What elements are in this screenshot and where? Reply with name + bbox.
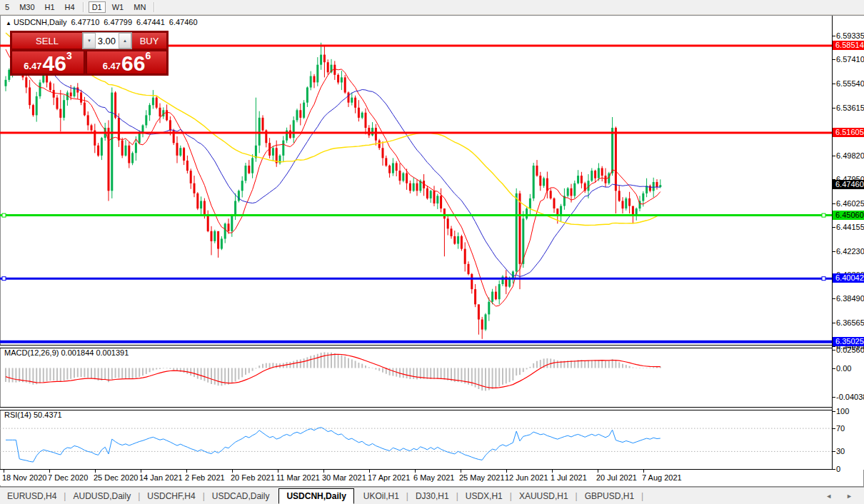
timeframe-button-h1[interactable]: H1 bbox=[41, 1, 59, 13]
bid-price-panel[interactable]: 6.47463 bbox=[11, 51, 84, 74]
tab-eurusd-h4[interactable]: EURUSD,H4 bbox=[0, 489, 64, 503]
date-label: 20 Feb 2021 bbox=[231, 473, 275, 482]
ask-price-big: 66 bbox=[121, 54, 145, 73]
axis-tick-mark bbox=[833, 411, 835, 412]
date-tick-mark bbox=[552, 470, 553, 473]
tab-usdcnh-daily[interactable]: USDCNH,Daily bbox=[278, 488, 353, 504]
date-label: 7 Aug 2021 bbox=[642, 473, 682, 482]
date-label: 11 Mar 2021 bbox=[276, 473, 320, 482]
tab-usdchf-h4[interactable]: USDCHF,H4 bbox=[140, 489, 202, 503]
timeframe-button-m30[interactable]: M30 bbox=[16, 1, 38, 13]
date-tick-mark bbox=[141, 470, 141, 473]
sell-button[interactable]: SELL bbox=[11, 32, 82, 49]
date-label: 17 Apr 2021 bbox=[368, 473, 410, 482]
date-tick-mark bbox=[49, 470, 50, 473]
bid-price-prefix: 6.47 bbox=[24, 61, 41, 71]
toolbar-separator bbox=[83, 2, 84, 12]
price-axis-label: 6.46025 bbox=[836, 199, 864, 208]
tab-ukoil-h1[interactable]: UKOil,H1 bbox=[356, 489, 406, 503]
date-label: 25 May 2021 bbox=[459, 473, 505, 482]
triangle-down-icon: ▼ bbox=[87, 39, 91, 43]
timeframe-button-h4[interactable]: H4 bbox=[61, 1, 79, 13]
date-tick-mark bbox=[415, 470, 416, 473]
date-tick-mark bbox=[232, 470, 233, 473]
price-axis-label: 6.42230 bbox=[836, 247, 864, 256]
rsi-axis-label: 70 bbox=[836, 424, 845, 433]
ohlc-close: 6.47460 bbox=[169, 18, 198, 26]
axis-tick-mark bbox=[833, 251, 835, 252]
ask-price-panel[interactable]: 6.47666 bbox=[86, 51, 167, 74]
rsi-panel-canvas[interactable] bbox=[0, 409, 832, 470]
tab-dj30-h1[interactable]: DJ30,H1 bbox=[408, 489, 456, 503]
triangle-up-icon: ▲ bbox=[123, 39, 127, 43]
tab-gbpusd-h1[interactable]: GBPUSD,H1 bbox=[578, 489, 641, 503]
price-axis[interactable]: 6.593356.574106.555406.536156.516906.498… bbox=[832, 16, 864, 470]
axis-tick-mark bbox=[833, 298, 835, 299]
date-tick-mark bbox=[95, 470, 96, 473]
tab-scroll-left-icon[interactable]: ◄ bbox=[825, 493, 832, 500]
timeframe-toolbar: 5M30H1H4D1W1MN bbox=[0, 0, 864, 15]
volume-decrease-button[interactable]: ▼ bbox=[83, 33, 96, 49]
macd-axis-label: 0.00 bbox=[836, 364, 851, 373]
price-axis-label: 6.49820 bbox=[836, 151, 864, 160]
date-label: 18 Nov 2020 bbox=[2, 473, 46, 482]
rsi-label: RSI(14) 50.4371 bbox=[4, 410, 62, 419]
date-label: 2 Feb 2021 bbox=[185, 473, 225, 482]
timeframe-button-w1[interactable]: W1 bbox=[109, 1, 128, 13]
axis-tick-mark bbox=[833, 84, 835, 84]
timeframe-button-mn[interactable]: MN bbox=[130, 1, 149, 13]
axis-tick-mark bbox=[833, 59, 835, 60]
rsi-axis-label: 100 bbox=[836, 407, 849, 415]
ohlc-high: 6.47799 bbox=[104, 18, 132, 26]
macd-rsi-splitter[interactable] bbox=[0, 407, 864, 410]
price-axis-label: 6.38490 bbox=[836, 294, 864, 303]
rsi-dates-splitter bbox=[0, 469, 864, 470]
rsi-axis-label: 0 bbox=[836, 465, 840, 473]
buy-button[interactable]: BUY bbox=[132, 32, 167, 49]
tab-audusd-daily[interactable]: AUDUSD,Daily bbox=[66, 489, 138, 503]
price-axis-label: 6.53615 bbox=[836, 104, 864, 112]
bid-price-big: 46 bbox=[43, 54, 66, 73]
axis-tick-mark bbox=[833, 156, 835, 156]
time-axis[interactable]: 18 Nov 20207 Dec 202025 Dec 202014 Jan 2… bbox=[0, 470, 832, 485]
tab-usdx-h1[interactable]: USDX,H1 bbox=[458, 489, 510, 503]
timeframe-button-5[interactable]: 5 bbox=[1, 1, 13, 13]
volume-increase-button[interactable]: ▲ bbox=[119, 33, 131, 49]
tab-usdcad-daily[interactable]: USDCAD,Daily bbox=[205, 489, 277, 503]
date-label: 12 Jun 2021 bbox=[505, 473, 548, 482]
axis-tick-mark bbox=[833, 350, 835, 351]
price-tag-6.40042: 6.40042 bbox=[833, 273, 864, 283]
tab-xauusd-h1[interactable]: XAUUSD,H1 bbox=[512, 489, 576, 503]
chart-title: ▲USDCNH,Daily6.477106.477996.474416.4746… bbox=[6, 18, 202, 26]
price-axis-label: 6.55540 bbox=[836, 79, 864, 88]
toolbar-separator bbox=[154, 2, 155, 12]
price-tag-6.58514: 6.58514 bbox=[833, 41, 864, 50]
timeframe-button-d1[interactable]: D1 bbox=[89, 1, 106, 13]
collapse-triangle-icon[interactable]: ▲ bbox=[6, 20, 11, 26]
tab-scroll-right-icon[interactable]: ► bbox=[846, 493, 853, 500]
macd-values: 0.001844 0.001391 bbox=[61, 348, 129, 357]
price-tag-6.45060: 6.45060 bbox=[833, 211, 864, 220]
axis-tick-mark bbox=[833, 323, 835, 323]
price-axis-label: 6.44155 bbox=[836, 223, 864, 231]
ask-price-prefix: 6.47 bbox=[103, 61, 121, 71]
tab-scroll-arrows: ◄► bbox=[825, 493, 853, 500]
price-tag-6.35025: 6.35025 bbox=[833, 337, 864, 346]
volume-input[interactable]: 3.00 bbox=[96, 33, 119, 49]
macd-label: MACD(12,26,9) 0.001844 0.001391 bbox=[4, 348, 129, 357]
date-label: 7 Dec 2020 bbox=[48, 473, 88, 482]
rsi-value: 50.4371 bbox=[34, 410, 62, 419]
date-tick-mark bbox=[278, 470, 278, 473]
price-axis-label: 6.57410 bbox=[836, 55, 864, 64]
date-tick-mark bbox=[461, 470, 461, 473]
macd-axis-label: -0.040386 bbox=[836, 393, 864, 401]
date-label: 14 Jan 2021 bbox=[139, 473, 183, 482]
axis-tick-mark bbox=[833, 108, 835, 109]
date-tick-mark bbox=[323, 470, 324, 473]
date-tick-mark bbox=[598, 470, 598, 473]
date-tick-mark bbox=[506, 470, 507, 473]
chart-symbol-label: USDCNH,Daily bbox=[14, 18, 67, 26]
axis-tick-mark bbox=[833, 227, 835, 228]
chart-macd-splitter[interactable] bbox=[0, 345, 864, 348]
date-label: 30 Mar 2021 bbox=[322, 473, 366, 482]
